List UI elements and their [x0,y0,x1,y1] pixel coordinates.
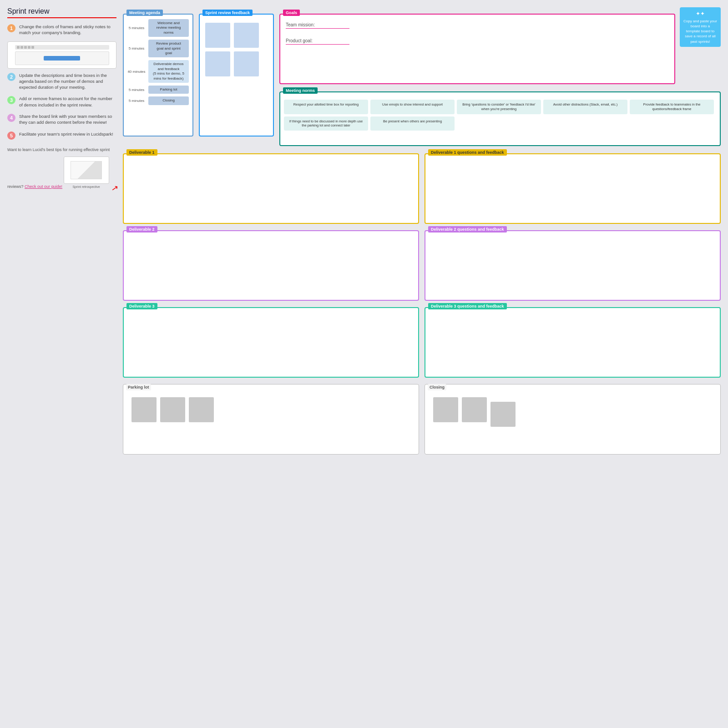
agenda-time-3: 40 minutes [127,60,146,83]
cursor-arrow-icon: ↗ [110,182,119,195]
closing-sticky-1 [433,397,458,422]
sprint-feedback-label: Sprint review feedback [202,10,253,16]
parking-sticky-3 [189,397,214,422]
top-row: Meeting agenda 5 minutes Welcome andrevi… [123,7,721,146]
copy-tip-text: Copy and paste your board into a templat… [683,19,717,44]
toolbar-preview [7,41,116,69]
closing-sticky-2 [462,397,487,422]
copy-tip-icon: ✦✦ [683,10,717,18]
deliverable-3-q-frame: Deliverable 3 questions and feedback [425,307,721,378]
step-text-5: Facilitate your team's sprint review in … [19,131,113,137]
step-text-1: Change the colors of frames and sticky n… [19,24,116,36]
guide-image [64,157,109,184]
meeting-norms-frame: Meeting norms Respect your allotted time… [279,91,721,146]
sticky-note-1 [205,23,230,48]
agenda-time-5: 5 minutes [127,96,146,105]
step-3: 3 Add or remove frames to account for th… [7,96,116,108]
deliverable-3-row: Deliverable 3 Deliverable 3 questions an… [123,307,721,378]
guide-label: Sprint retrospective [64,185,109,190]
step-text-2: Update the descriptions and time boxes i… [19,72,116,91]
agenda-card-3: Deliverable demosand feedback(5 mins for… [148,60,189,83]
goals-label: Goals [283,10,300,16]
step-1: 1 Change the colors of frames and sticky… [7,24,116,36]
guide-link[interactable]: Check out our guide! [25,184,62,189]
closing-frame: Closing [425,384,721,455]
closing-label: Closing [428,384,446,390]
step-text-3: Add or remove frames to account for the … [19,96,116,108]
step-num-3: 3 [7,96,15,104]
guide-promo: Want to learn Lucid's best tips for runn… [7,147,116,190]
deliverable-2-row: Deliverable 2 Deliverable 2 questions an… [123,230,721,301]
toolbar-content-area [15,51,109,65]
sprint-feedback-frame: Sprint review feedback [199,14,274,136]
norm-card-2: Use emojis to show interest and support [370,100,455,114]
agenda-row-3: 40 minutes Deliverable demosand feedback… [127,60,189,83]
meeting-agenda-label: Meeting agenda [126,10,163,16]
toolbar-bar [15,45,109,50]
norm-card-3: Bring 'questions to consider' or 'feedba… [457,100,541,114]
step-num-1: 1 [7,24,15,32]
deliverable-1-q-frame: Deliverable 1 questions and feedback [425,153,721,224]
deliverable-1-frame: Deliverable 1 [123,153,419,224]
norm-card-7: Be present when others are presenting [370,116,455,131]
sprint-feedback-wrapper: Sprint review feedback [199,14,274,136]
parking-lot-label: Parking lot [126,384,151,390]
step-2: 2 Update the descriptions and time boxes… [7,72,116,91]
agenda-card-5: Closing [148,96,189,105]
parking-lot-frame: Parking lot [123,384,419,455]
agenda-card-4: Parking lot [148,86,189,94]
team-mission-label: Team mission: [286,22,349,29]
sticky-note-4 [234,51,259,76]
norm-card-5: Provide feedback to teammates in the que… [630,100,714,114]
toolbar-dot [17,46,20,49]
agenda-row-4: 5 minutes Parking lot [127,86,189,94]
agenda-row-5: 5 minutes Closing [127,96,189,105]
guide-image-wrapper: Sprint retrospective ↗ [64,153,109,190]
meeting-agenda-wrapper: Meeting agenda 5 minutes Welcome andrevi… [123,14,193,136]
page-title: Sprint review [7,7,116,15]
deliverable-1-row: Deliverable 1 Deliverable 1 questions an… [123,153,721,224]
agenda-time-1: 5 minutes [127,19,146,37]
toolbar-dot [24,46,27,49]
meeting-norms-label: Meeting norms [283,87,318,94]
step-num-2: 2 [7,73,15,81]
step-text-4: Share the board link with your team memb… [19,113,116,126]
norm-card-6: If things need to be discussed in more d… [284,116,368,131]
sticky-note-3 [205,51,230,76]
goals-norms-col: ✦✦ Copy and paste your board into a temp… [279,7,721,146]
deliverable-1-label: Deliverable 1 [126,149,157,156]
deliverable-3-label: Deliverable 3 [126,303,157,309]
meeting-norms-wrapper: Meeting norms Respect your allotted time… [279,91,721,146]
sticky-note-2 [234,23,259,48]
toolbar-highlight [44,56,80,61]
deliverable-2-q-frame: Deliverable 2 questions and feedback [425,230,721,301]
title-underline [7,17,116,18]
meeting-agenda-frame: Meeting agenda 5 minutes Welcome andrevi… [123,14,193,136]
bottom-row: Parking lot Closing [123,384,721,455]
agenda-time-4: 5 minutes [127,86,146,94]
deliverable-3-frame: Deliverable 3 [123,307,419,378]
guide-image-graphic [71,161,102,180]
closing-stickies [430,392,716,430]
toolbar-dot [31,46,34,49]
parking-sticky-1 [131,397,157,422]
product-goal-row: Product goal: [286,38,669,45]
deliverable-2-q-label: Deliverable 2 questions and feedback [428,226,507,233]
norms-grid: Respect your allotted time box for repor… [284,100,716,131]
parking-lot-stickies [128,392,414,426]
agenda-card-2: Review productgoal and sprintgoal [148,40,189,57]
parking-sticky-2 [160,397,185,422]
goals-wrapper: Goals Team mission: Product goal: [279,14,721,84]
agenda-row-2: 5 minutes Review productgoal and sprintg… [127,40,189,57]
team-mission-row: Team mission: [286,22,669,29]
left-panel: Sprint review 1 Change the colors of fra… [7,7,116,190]
step-5: 5 Facilitate your team's sprint review i… [7,131,116,140]
step-num-4: 4 [7,114,15,122]
deliverable-2-frame: Deliverable 2 [123,230,419,301]
step-4: 4 Share the board link with your team me… [7,113,116,126]
step-num-5: 5 [7,131,15,140]
agenda-row-1: 5 minutes Welcome andreview meetingnorms [127,19,189,37]
toolbar-dot [28,46,30,49]
closing-sticky-3 [490,402,516,427]
product-goal-label: Product goal: [286,38,349,45]
